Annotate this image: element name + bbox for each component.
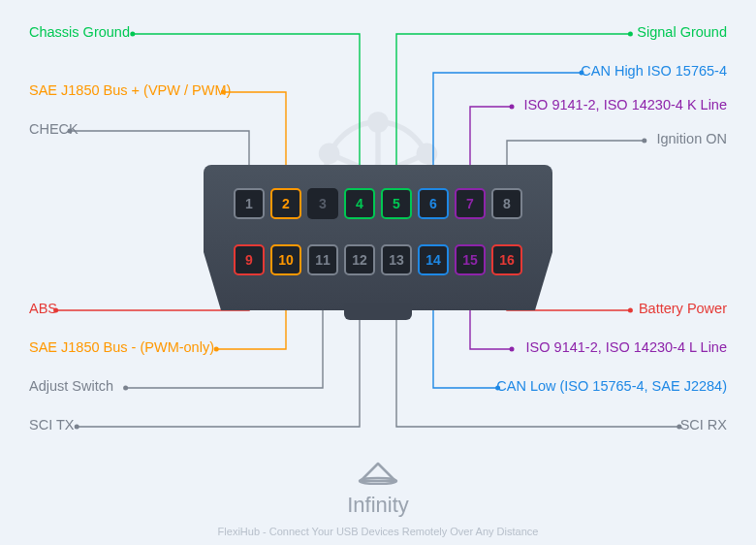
label-pin-14: CAN Low (ISO 15765-4, SAE J2284)	[496, 378, 727, 394]
label-pin-2: SAE J1850 Bus + (VPW / PWM)	[29, 82, 231, 98]
label-pin-13: SCI RX	[680, 417, 727, 433]
label-pin-10: SAE J1850 Bus - (PWM-only)	[29, 339, 214, 355]
svg-point-19	[628, 32, 633, 37]
pin-16: 16	[491, 244, 522, 275]
pin-2: 2	[270, 188, 301, 219]
obd2-connector: 12345678 910111213141516	[204, 165, 552, 310]
svg-point-24	[510, 347, 515, 352]
pin-3: 3	[307, 188, 338, 219]
svg-point-18	[75, 425, 79, 430]
label-pin-11: Adjust Switch	[29, 378, 113, 394]
pin-15: 15	[455, 244, 486, 275]
label-pin-1: CHECK	[29, 121, 79, 137]
label-pin-15: ISO 9141-2, ISO 14230-4 L Line	[526, 339, 727, 355]
pin-row-top: 12345678	[204, 188, 552, 219]
label-pin-16: Battery Power	[639, 301, 727, 316]
pin-13: 13	[381, 244, 412, 275]
label-pin-12: SCI TX	[29, 417, 74, 433]
pin-9: 9	[234, 244, 265, 275]
svg-point-23	[628, 308, 633, 313]
pin-11: 11	[307, 244, 338, 275]
svg-point-21	[510, 105, 515, 110]
pin-8: 8	[491, 188, 522, 219]
label-pin-8: Ignition ON	[656, 131, 727, 146]
label-pin-9: ABS	[29, 301, 57, 316]
label-pin-6: CAN High ISO 15765-4	[581, 63, 727, 79]
pin-12: 12	[344, 244, 375, 275]
svg-point-2	[417, 144, 438, 165]
brand-name: Infinity	[0, 493, 756, 518]
connector-tab	[344, 303, 412, 320]
pin-6: 6	[418, 188, 449, 219]
pin-14: 14	[418, 244, 449, 275]
connector-body	[204, 165, 552, 310]
pin-1: 1	[234, 188, 265, 219]
label-pin-7: ISO 9141-2, ISO 14230-4 K Line	[523, 97, 727, 112]
pin-7: 7	[455, 188, 486, 219]
svg-point-5	[319, 144, 340, 165]
svg-point-17	[123, 386, 128, 391]
label-pin-4: Chassis Ground	[29, 24, 130, 40]
tagline: FlexiHub - Connect Your USB Devices Remo…	[0, 526, 756, 537]
pin-row-bottom: 910111213141516	[204, 244, 552, 275]
svg-point-22	[642, 139, 646, 144]
brand-block: Infinity	[0, 460, 756, 518]
pin-10: 10	[270, 244, 301, 275]
pin-5: 5	[381, 188, 412, 219]
label-pin-5: Signal Ground	[637, 24, 727, 40]
svg-point-12	[130, 32, 135, 37]
infinity-logo-icon	[357, 460, 399, 485]
pin-4: 4	[344, 188, 375, 219]
svg-point-1	[367, 112, 389, 133]
svg-point-16	[214, 347, 219, 352]
